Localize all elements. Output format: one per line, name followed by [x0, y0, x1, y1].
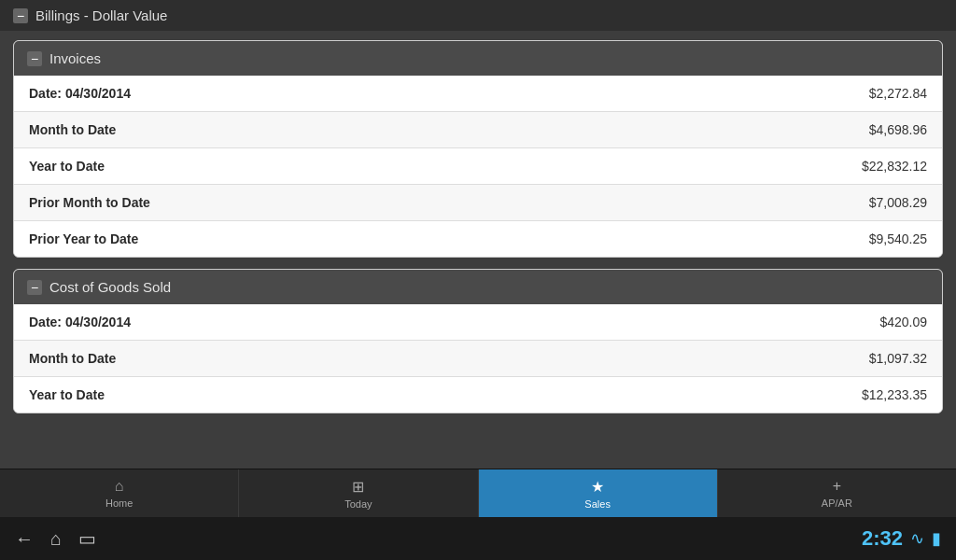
table-row: Year to Date$12,233.35 [14, 377, 942, 413]
row-value: $1,097.32 [869, 351, 927, 366]
row-label: Month to Date [29, 122, 116, 137]
section-title-cogs: Cost of Goods Sold [49, 279, 171, 295]
nav-icon-home: ⌂ [115, 478, 124, 495]
table-row: Year to Date$22,832.12 [14, 148, 942, 185]
nav-icon-today: ⊞ [352, 478, 364, 496]
row-label: Date: 04/30/2014 [29, 86, 131, 101]
row-label: Prior Year to Date [29, 231, 138, 246]
nav-item-apar[interactable]: +AP/AR [718, 469, 956, 517]
nav-item-today[interactable]: ⊞Today [239, 469, 478, 517]
home-button[interactable]: ⌂ [50, 528, 62, 550]
nav-label-home: Home [105, 497, 133, 509]
section-title-invoices: Invoices [49, 50, 101, 66]
nav-item-sales[interactable]: ★Sales [479, 469, 718, 517]
table-row: Month to Date$4,698.96 [14, 112, 942, 148]
collapse-section-icon-cogs[interactable] [27, 280, 42, 295]
system-bar-left: ← ⌂ ▭ [15, 527, 96, 550]
collapse-section-icon-invoices[interactable] [27, 51, 42, 66]
row-value: $7,008.29 [869, 195, 927, 210]
nav-item-home[interactable]: ⌂Home [0, 469, 239, 517]
system-clock: 2:32 [862, 526, 903, 551]
nav-icon-apar: + [833, 478, 841, 495]
row-label: Year to Date [29, 159, 105, 174]
table-row: Date: 04/30/2014$2,272.84 [14, 76, 942, 112]
nav-icon-sales: ★ [591, 478, 604, 496]
system-bar: ← ⌂ ▭ 2:32 ∿ ▮ [0, 517, 956, 560]
row-value: $2,272.84 [869, 86, 927, 101]
nav-label-today: Today [344, 498, 372, 510]
collapse-icon[interactable] [13, 8, 28, 23]
recent-apps-button[interactable]: ▭ [78, 527, 96, 550]
section-invoices: InvoicesDate: 04/30/2014$2,272.84Month t… [13, 40, 943, 258]
section-header-invoices[interactable]: Invoices [14, 41, 942, 76]
row-value: $12,233.35 [862, 387, 927, 402]
wifi-icon: ∿ [910, 528, 924, 549]
row-value: $420.09 [879, 315, 927, 329]
back-button[interactable]: ← [15, 528, 34, 550]
row-label: Month to Date [29, 351, 116, 366]
row-label: Year to Date [29, 387, 105, 402]
table-row: Month to Date$1,097.32 [14, 341, 942, 377]
title-bar: Billings - Dollar Value [0, 0, 956, 31]
page-title: Billings - Dollar Value [35, 7, 167, 23]
battery-icon: ▮ [932, 528, 941, 549]
row-label: Date: 04/30/2014 [29, 315, 131, 329]
table-row: Prior Month to Date$7,008.29 [14, 185, 942, 221]
section-header-cogs[interactable]: Cost of Goods Sold [14, 270, 942, 304]
section-cogs: Cost of Goods SoldDate: 04/30/2014$420.0… [13, 269, 943, 413]
nav-bar: ⌂Home⊞Today★Sales+AP/AR [0, 469, 956, 517]
row-value: $22,832.12 [862, 159, 927, 174]
nav-label-apar: AP/AR [822, 497, 852, 509]
nav-label-sales: Sales [584, 498, 611, 510]
row-value: $9,540.25 [869, 231, 927, 246]
main-content: InvoicesDate: 04/30/2014$2,272.84Month t… [0, 31, 956, 469]
row-label: Prior Month to Date [29, 195, 150, 210]
row-value: $4,698.96 [869, 122, 927, 137]
system-bar-right: 2:32 ∿ ▮ [862, 526, 941, 551]
table-row: Prior Year to Date$9,540.25 [14, 221, 942, 257]
table-row: Date: 04/30/2014$420.09 [14, 304, 942, 341]
